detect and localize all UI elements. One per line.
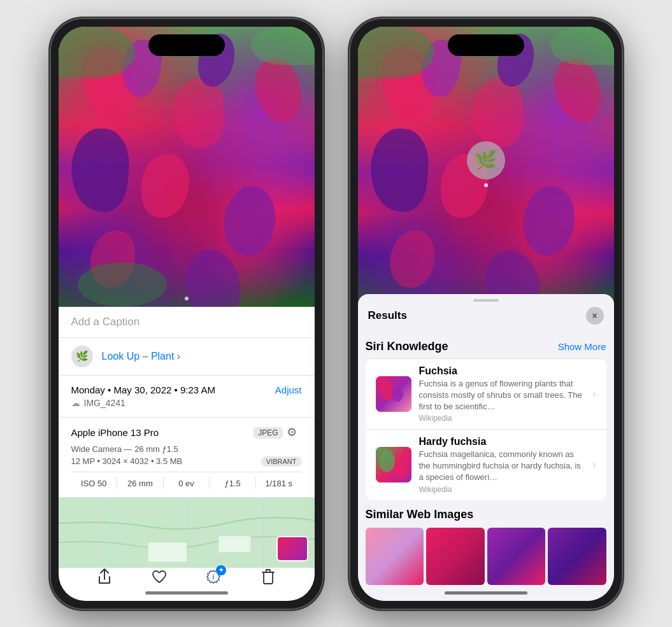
results-header: Results × [358,302,614,332]
home-indicator [145,591,228,595]
favorite-button[interactable] [148,565,171,588]
chevron-right-icon-2: › [592,459,596,470]
flower-image [59,27,315,307]
similar-img-2[interactable] [426,528,485,585]
results-close-button[interactable]: × [586,307,604,325]
exif-shutter: 1/181 s [256,477,302,490]
photo-date: Monday • May 30, 2022 • 9:23 AM [71,384,215,395]
photo-view[interactable] [59,27,315,307]
left-phone-screen: Add a Caption 🌿 Look Up – Plant › Monday… [59,27,315,601]
svg-text:i: i [213,574,215,581]
siri-leaf-icon: 🌿 [475,150,497,171]
share-button[interactable] [93,565,116,588]
caption-area[interactable]: Add a Caption [59,307,315,338]
map-section[interactable] [59,498,315,568]
siri-knowledge-title: Siri Knowledge [366,340,448,353]
exif-row: ISO 50 26 mm 0 ev ƒ1.5 1/181 s [71,472,302,490]
exif-focal: 26 mm [117,477,164,490]
filename: IMG_4241 [84,398,125,408]
show-more-button[interactable]: Show More [558,341,606,352]
fuchsia-thumbnail [376,376,411,412]
settings-icon[interactable]: ⚙ [287,425,302,440]
similar-section: Similar Web Images [358,500,614,585]
results-title: Results [368,309,407,322]
hardy-desc: Fuchsia magellanica, commonly known as t… [419,449,585,484]
similar-img-1[interactable] [366,528,424,585]
camera-lens: Wide Camera — 26 mm ƒ1.5 [71,444,302,454]
fuchsia-source: Wikipedia [419,414,585,423]
caption-placeholder: Add a Caption [71,316,140,328]
siri-dot [484,183,488,187]
hardy-source: Wikipedia [419,485,585,494]
svg-rect-5 [218,536,250,552]
knowledge-item-hardy[interactable]: Hardy fuchsia Fuchsia magellanica, commo… [366,429,606,500]
siri-icon: 🌿 [467,141,505,180]
lookup-section[interactable]: 🌿 Look Up – Plant › [59,338,315,376]
knowledge-item-fuchsia[interactable]: Fuchsia Fuchsia is a genus of flowering … [366,358,606,430]
exif-iso: ISO 50 [71,477,118,490]
results-panel: Results × Siri Knowledge Show More [358,294,614,601]
camera-specs: 12 MP • 3024 × 4032 • 3.5 MB [71,456,183,466]
siri-knowledge-header: Siri Knowledge Show More [358,332,614,358]
filename-row: ☁ IMG_4241 [71,398,302,408]
right-photo-view: 🌿 [358,27,614,313]
left-phone: Add a Caption 🌿 Look Up – Plant › Monday… [50,18,324,610]
phones-container: Add a Caption 🌿 Look Up – Plant › Monday… [50,18,623,610]
cloud-icon: ☁ [71,398,80,408]
info-badge: ✦ [216,565,226,575]
right-phone-screen: 🌿 Results × Siri Knowledge S [358,27,614,601]
similar-title: Similar Web Images [366,508,606,521]
info-button[interactable]: i ✦ [202,565,225,588]
hardy-name: Hardy fuchsia [419,436,585,447]
right-dynamic-island [448,34,524,56]
exif-aperture: ƒ1.5 [210,477,256,490]
hardy-thumbnail [376,447,411,483]
right-home-indicator [445,591,527,595]
toolbar: i ✦ [59,565,315,588]
delete-button[interactable] [257,565,280,588]
fuchsia-desc: Fuchsia is a genus of flowering plants t… [419,378,585,413]
svg-rect-4 [148,542,186,561]
exif-ev: 0 ev [164,477,210,490]
lookup-text: Look Up – Plant › [102,351,181,362]
chevron-right-icon: › [592,388,596,400]
right-phone: 🌿 Results × Siri Knowledge S [349,18,623,610]
camera-model: Apple iPhone 13 Pro [71,427,159,438]
fuchsia-name: Fuchsia [419,365,585,377]
vibrant-badge: VIBRANT [261,456,302,467]
knowledge-section: Fuchsia Fuchsia is a genus of flowering … [366,358,606,500]
similar-img-4[interactable] [548,528,606,585]
format-badge: JPEG [254,427,282,439]
meta-section: Monday • May 30, 2022 • 9:23 AM Adjust ☁… [59,376,315,418]
lookup-icon: 🌿 [71,346,93,367]
similar-img-3[interactable] [487,528,546,585]
camera-section: Apple iPhone 13 Pro JPEG ⚙ Wide Camera —… [59,418,315,498]
adjust-button[interactable]: Adjust [275,384,302,395]
dynamic-island [148,34,225,56]
similar-images-row [366,528,606,585]
